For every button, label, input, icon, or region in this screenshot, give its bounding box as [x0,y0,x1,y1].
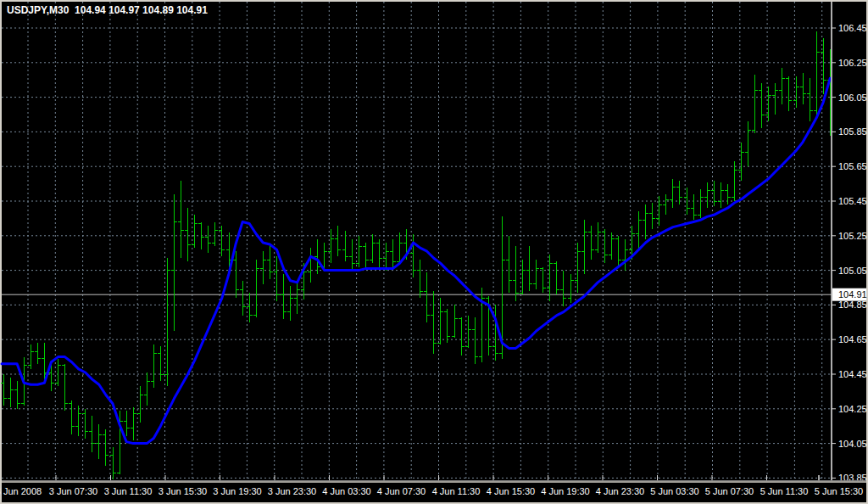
price-chart[interactable]: 106.45106.25106.05105.85105.65105.45105.… [0,0,868,504]
price-tick-label: 105.85 [838,126,867,137]
time-tick-label: 4 Jun 19:30 [541,486,590,496]
price-tick-label: 104.05 [838,439,867,449]
price-tick-label: 104.85 [838,300,867,310]
time-tick-label: 3 Jun 19:30 [213,486,262,496]
price-tick-label: 105.65 [838,161,867,171]
price-tick-label: 104.65 [838,334,867,344]
time-tick-label: 5 Jun 15:30 [815,486,864,496]
time-tick-label: 3 Jun 23:30 [268,486,317,496]
price-tick-label: 106.45 [838,23,867,33]
time-tick-label: 3 Jun 15:30 [159,486,208,496]
time-tick-label: 3 Jun 07:30 [49,486,98,496]
time-tick-label: 4 Jun 15:30 [487,486,536,496]
time-tick-label: 5 Jun 03:30 [650,486,699,496]
time-tick-label: 3 Jun 11:30 [104,486,153,496]
price-tick-label: 105.25 [838,231,867,241]
chart-window: 106.45106.25106.05105.85105.65105.45105.… [0,0,868,504]
time-tick-label: 5 Jun 11:30 [760,486,809,496]
time-tick-label: 4 Jun 07:30 [377,486,426,496]
time-tick-label: 4 Jun 11:30 [432,486,481,496]
chart-background [2,2,866,502]
chart-title: USDJPY,M30 104.94 104.97 104.89 104.91 [7,4,208,16]
current-price-box-label: 104.91 [838,289,867,300]
price-tick-label: 104.45 [838,369,867,379]
price-tick-label: 105.05 [838,266,867,276]
time-tick-label: 5 Jun 07:30 [705,486,754,496]
time-tick-label: 4 Jun 23:30 [596,486,645,496]
price-tick-label: 104.25 [838,404,867,414]
price-tick-label: 105.45 [838,196,867,206]
price-tick-label: 106.25 [838,58,867,68]
time-tick-label: 4 Jun 03:30 [322,486,371,496]
time-tick-label: 3 Jun 2008 [0,486,42,496]
price-scale-axis[interactable]: 106.45106.25106.05105.85105.65105.45105.… [832,2,867,483]
price-tick-label: 106.05 [838,92,867,103]
